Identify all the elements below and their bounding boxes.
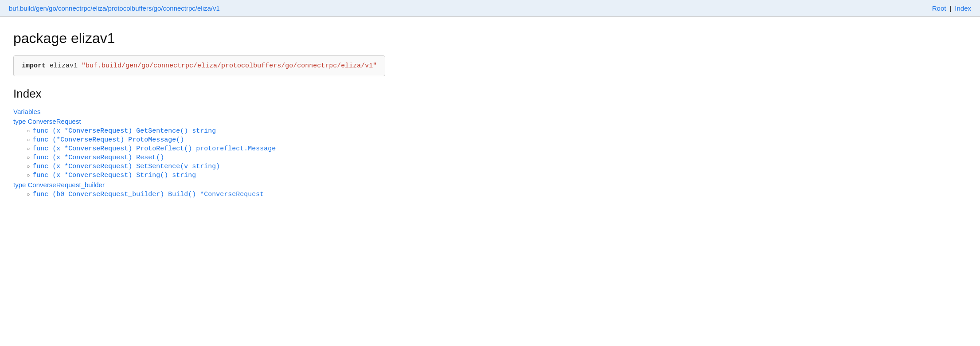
sub-list-item-link[interactable]: func (*ConverseRequest) ProtoMessage() [32, 136, 184, 144]
index-list: Variablestype ConverseRequestfunc (x *Co… [13, 108, 967, 198]
sub-list-item-link[interactable]: func (b0 ConverseRequest_builder) Build(… [32, 191, 264, 198]
index-item-link[interactable]: type ConverseRequest_builder [13, 181, 105, 189]
import-box: import elizav1 "buf.build/gen/go/connect… [13, 55, 385, 76]
sub-list-item-link[interactable]: func (x *ConverseRequest) String() strin… [32, 172, 196, 179]
sub-list-item: func (x *ConverseRequest) String() strin… [27, 172, 967, 179]
index-item-link[interactable]: Variables [13, 108, 40, 115]
import-alias: elizav1 [50, 62, 78, 70]
index-item: Variables [13, 108, 967, 116]
sub-list-item: func (x *ConverseRequest) GetSentence() … [27, 127, 967, 135]
sub-list-item-link[interactable]: func (x *ConverseRequest) Reset() [32, 154, 164, 161]
index-title: Index [13, 87, 967, 101]
sub-list-item: func (x *ConverseRequest) ProtoReflect()… [27, 145, 967, 153]
sub-list-item: func (b0 ConverseRequest_builder) Build(… [27, 191, 967, 198]
sub-list-item-link[interactable]: func (x *ConverseRequest) GetSentence() … [32, 127, 216, 135]
import-keyword: import [22, 62, 46, 70]
sub-list-item: func (x *ConverseRequest) Reset() [27, 154, 967, 161]
top-bar: buf.build/gen/go/connectrpc/eliza/protoc… [0, 0, 980, 17]
sub-list-item-link[interactable]: func (x *ConverseRequest) SetSentence(v … [32, 163, 220, 170]
index-item-link[interactable]: type ConverseRequest [13, 118, 81, 125]
top-nav: Root | Index [932, 4, 971, 12]
sub-list-item: func (*ConverseRequest) ProtoMessage() [27, 136, 967, 144]
index-item: type ConverseRequestfunc (x *ConverseReq… [13, 118, 967, 179]
sub-list: func (x *ConverseRequest) GetSentence() … [13, 127, 967, 179]
breadcrumb[interactable]: buf.build/gen/go/connectrpc/eliza/protoc… [9, 4, 220, 12]
sub-list: func (b0 ConverseRequest_builder) Build(… [13, 191, 967, 198]
sub-list-item: func (x *ConverseRequest) SetSentence(v … [27, 163, 967, 170]
main-content: package elizav1 import elizav1 "buf.buil… [0, 17, 980, 209]
index-item: type ConverseRequest_builderfunc (b0 Con… [13, 181, 967, 198]
sub-list-item-link[interactable]: func (x *ConverseRequest) ProtoReflect()… [32, 145, 276, 153]
nav-root-link[interactable]: Root [932, 4, 946, 12]
import-path: "buf.build/gen/go/connectrpc/eliza/proto… [82, 62, 377, 70]
nav-index-link[interactable]: Index [955, 4, 971, 12]
nav-separator: | [949, 4, 951, 12]
index-section: Index Variablestype ConverseRequestfunc … [13, 87, 967, 198]
package-title: package elizav1 [13, 30, 967, 47]
